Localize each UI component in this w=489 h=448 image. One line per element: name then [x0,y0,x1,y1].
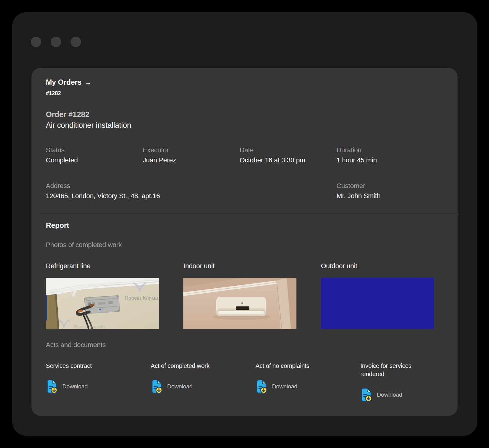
order-card: My Orders → #1282 Order #1282 Air condit… [31,68,458,416]
photo-cell-indoor-unit: Indoor unit [183,262,296,329]
download-button[interactable]: Download [151,379,193,394]
document-invoice: Invoice for services rendered Download [360,362,434,402]
meta-label: Address [46,182,312,190]
photo-label: Outdoor unit [321,262,434,270]
indoor-unit-photo[interactable] [183,278,296,329]
order-meta-row-1: Status Completed Executor Juan Perez Dat… [46,146,434,164]
docs-section-heading: Acts and documents [46,341,434,349]
breadcrumb-title[interactable]: My Orders [46,78,82,87]
meta-customer: Customer Mr. John Smith [336,182,409,200]
refrigerant-line-photo[interactable]: Проект Климат Проект Климат [46,278,159,329]
photos-section-heading: Photos of completed work [46,241,434,249]
indoor-unit-photo-image [183,278,296,329]
meta-label: Date [240,146,312,154]
document-title: Act of no complaints [256,362,329,370]
document-download-icon [256,379,268,394]
refrigerant-line-photo-image: Проект Климат Проект Климат [46,278,159,329]
meta-label: Status [46,146,118,154]
meta-address: Address 120465, London, Victory St., 48,… [46,182,312,200]
app-window: My Orders → #1282 Order #1282 Air condit… [12,12,477,436]
meta-executor: Executor Juan Perez [143,146,215,164]
photo-watermark-text: Проект Климат [74,324,105,329]
download-button[interactable]: Download [360,387,402,402]
section-divider [38,214,458,214]
documents-grid: Services contract Download [46,362,434,402]
document-download-icon [46,379,58,394]
meta-status: Status Completed [46,146,118,164]
download-label[interactable]: Download [62,383,88,390]
document-download-icon [151,379,163,394]
order-meta-row-2: Address 120465, London, Victory St., 48,… [46,182,434,200]
window-control-dot [31,37,41,47]
document-download-icon [360,387,373,402]
address-value: 120465, London, Victory St., 48, apt.16 [46,192,312,200]
document-title: Services contract [46,362,119,370]
document-act-completed-work: Act of completed work Download [151,362,224,402]
breadcrumb[interactable]: My Orders → [46,78,92,87]
outdoor-unit-photo[interactable] [321,278,434,329]
status-value: Completed [46,156,118,164]
customer-value: Mr. John Smith [336,192,409,200]
duration-value: 1 hour 45 min [336,156,409,164]
meta-label: Customer [336,182,409,190]
document-services-contract: Services contract Download [46,362,119,402]
order-subtitle: Air conditioner installation [46,120,434,130]
document-title: Act of completed work [151,362,224,370]
window-control-dot [51,37,61,47]
date-value: October 16 at 3:30 pm [240,156,312,164]
breadcrumb-arrow-icon: → [84,78,92,87]
download-label[interactable]: Download [272,383,297,390]
meta-duration: Duration 1 hour 45 min [336,146,409,164]
download-button[interactable]: Download [46,379,88,394]
document-title: Invoice for services rendered [360,362,434,378]
download-label[interactable]: Download [167,383,193,390]
breadcrumb-order-number: #1282 [46,90,434,97]
photo-watermark-text: Проект Климат [125,295,159,301]
executor-value: Juan Perez [143,156,215,164]
report-heading: Report [46,221,434,230]
order-card-content: My Orders → #1282 Order #1282 Air condit… [31,68,458,402]
photo-label: Indoor unit [183,262,296,270]
photo-cell-outdoor-unit: Outdoor unit [321,262,434,329]
download-button[interactable]: Download [256,379,297,394]
download-label[interactable]: Download [377,391,402,398]
meta-date: Date October 16 at 3:30 pm [240,146,312,164]
photo-label: Refrigerant line [46,262,159,270]
window-control-dot [71,37,81,47]
document-act-no-complaints: Act of no complaints Download [256,362,329,402]
photo-cell-refrigerant-line: Refrigerant line [46,262,159,329]
photos-grid: Refrigerant line [46,262,434,329]
meta-label: Duration [336,146,409,154]
meta-label: Executor [143,146,215,154]
window-controls [31,37,81,47]
order-title: Order #1282 [46,109,434,119]
